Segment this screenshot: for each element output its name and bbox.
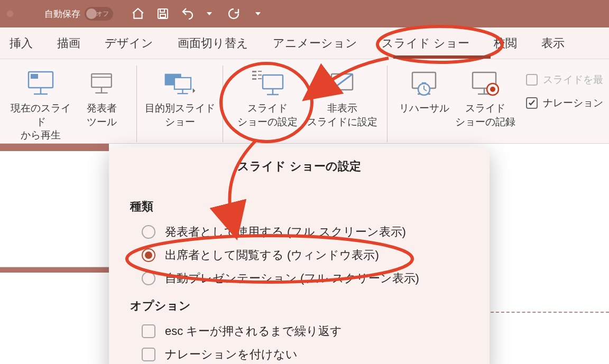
custom-slideshow-icon bbox=[163, 68, 197, 98]
title-bar: 自動保存 オフ bbox=[0, 0, 609, 27]
ribbon-checkbox-column: スライドを最 ナレーション bbox=[526, 66, 603, 110]
svg-rect-3 bbox=[31, 74, 38, 79]
ribbon: 現在のスライドから再生 発表者ツール bbox=[0, 59, 609, 144]
svg-rect-14 bbox=[263, 75, 283, 89]
presenter-tools-icon bbox=[88, 68, 115, 98]
ribbon-label: スライドショーの設定 bbox=[237, 101, 298, 128]
hide-slide-button[interactable]: 非表示スライドに設定 bbox=[304, 66, 380, 128]
thumbnail-divider bbox=[0, 144, 109, 151]
ribbon-label: リハーサル bbox=[399, 101, 449, 115]
ribbon-label: 目的別スライドショー bbox=[145, 101, 215, 128]
radio-icon bbox=[142, 225, 155, 239]
checkbox-icon bbox=[526, 97, 538, 109]
setup-slideshow-dialog: スライド ショーの設定 種類 発表者として使用する (フル スクリーン表示) 出… bbox=[109, 147, 490, 364]
from-current-slide-button[interactable]: 現在のスライドから再生 bbox=[7, 66, 74, 142]
ribbon-label: 発表者ツール bbox=[87, 101, 117, 128]
radio-label: 発表者として使用する (フル スクリーン表示) bbox=[165, 224, 406, 240]
tab-slideshow-wrap: スライド ショー bbox=[382, 35, 469, 51]
undo-icon[interactable] bbox=[181, 7, 195, 20]
checkbox-label: ナレーションを付けない bbox=[165, 347, 298, 362]
thumbnail-divider bbox=[0, 267, 109, 273]
show-type-presenter-radio[interactable]: 発表者として使用する (フル スクリーン表示) bbox=[142, 224, 490, 240]
checkbox-icon bbox=[142, 324, 155, 338]
ribbon-group-setup: スライドショーの設定 非表示スライドに設定 bbox=[223, 66, 387, 142]
dialog-title: スライド ショーの設定 bbox=[109, 147, 490, 199]
tab-slideshow[interactable]: スライド ショー bbox=[382, 35, 469, 51]
svg-rect-6 bbox=[91, 74, 112, 87]
loop-until-esc-checkbox[interactable]: esc キーが押されるまで繰り返す bbox=[142, 323, 490, 339]
record-slideshow-icon bbox=[469, 68, 501, 98]
rehearse-button[interactable]: リハーサル bbox=[395, 66, 453, 115]
autosave-label: 自動保存 bbox=[44, 8, 80, 20]
tab-review[interactable]: 校閲 bbox=[494, 35, 517, 51]
checkbox-icon bbox=[142, 348, 155, 361]
slide-thumbnail-pane bbox=[0, 144, 109, 273]
home-icon[interactable] bbox=[131, 7, 145, 21]
tab-design[interactable]: デザイン bbox=[105, 35, 153, 51]
show-type-auto-radio[interactable]: 自動プレゼンテーション (フル スクリーン表示) bbox=[142, 270, 490, 286]
svg-point-36 bbox=[490, 87, 495, 92]
rehearse-icon bbox=[409, 68, 439, 98]
more-dropdown-icon[interactable] bbox=[255, 11, 261, 17]
toggle-knob bbox=[86, 8, 97, 19]
ribbon-label: スライドショーの記録 bbox=[455, 101, 515, 128]
svg-rect-11 bbox=[174, 78, 191, 89]
play-narration-checkbox[interactable]: ナレーション bbox=[526, 96, 603, 110]
ribbon-tab-bar: 挿入 描画 デザイン 画面切り替え アニメーション スライド ショー 校閲 表示 bbox=[0, 27, 609, 59]
tab-draw[interactable]: 描画 bbox=[57, 35, 80, 51]
radio-label: 出席者として閲覧する (ウィンドウ表示) bbox=[165, 247, 379, 263]
setup-slideshow-button[interactable]: スライドショーの設定 bbox=[230, 66, 304, 128]
dialog-section-options-heading: オプション bbox=[130, 298, 490, 314]
svg-rect-17 bbox=[252, 71, 256, 72]
slide-thumbnail[interactable] bbox=[0, 151, 109, 267]
show-type-attendee-radio[interactable]: 出席者として閲覧する (ウィンドウ表示) bbox=[142, 247, 490, 263]
autosave-state: オフ bbox=[96, 10, 109, 18]
radio-icon bbox=[142, 248, 155, 262]
tab-insert[interactable]: 挿入 bbox=[10, 35, 33, 51]
ribbon-group-rehearse: リハーサル スライドショーの記録 スライドを最 bbox=[387, 66, 609, 142]
svg-rect-18 bbox=[252, 74, 256, 76]
record-slideshow-button[interactable]: スライドショーの記録 bbox=[453, 66, 518, 128]
tab-view[interactable]: 表示 bbox=[541, 35, 565, 51]
svg-rect-1 bbox=[160, 14, 165, 17]
traffic-light-dot[interactable] bbox=[6, 10, 14, 17]
custom-slideshow-button[interactable]: 目的別スライドショー bbox=[144, 66, 215, 128]
hide-slide-icon bbox=[327, 68, 357, 98]
ribbon-label: 現在のスライドから再生 bbox=[7, 101, 74, 142]
redo-icon[interactable] bbox=[227, 7, 240, 20]
undo-dropdown-icon[interactable] bbox=[206, 11, 213, 17]
titlebar-quick-access bbox=[131, 7, 261, 21]
checkbox-label: ナレーション bbox=[543, 96, 603, 110]
no-narration-checkbox[interactable]: ナレーションを付けない bbox=[142, 347, 490, 362]
from-current-slide-icon bbox=[25, 68, 56, 98]
radio-label: 自動プレゼンテーション (フル スクリーン表示) bbox=[165, 270, 419, 286]
radio-icon bbox=[142, 272, 155, 285]
autosave-toggle[interactable]: オフ bbox=[85, 7, 113, 21]
ribbon-label: 非表示スライドに設定 bbox=[307, 101, 377, 128]
ribbon-group-play: 現在のスライドから再生 発表者ツール bbox=[0, 66, 137, 142]
checkbox-label: esc キーが押されるまで繰り返す bbox=[165, 323, 342, 339]
ribbon-group-custom: 目的別スライドショー bbox=[137, 66, 223, 142]
autosave-toggle-wrap: 自動保存 オフ bbox=[44, 7, 113, 21]
presenter-tools-button[interactable]: 発表者ツール bbox=[74, 66, 129, 128]
checkbox-icon bbox=[526, 74, 538, 86]
tab-animation[interactable]: アニメーション bbox=[273, 35, 357, 51]
dialog-section-type-heading: 種類 bbox=[130, 199, 490, 214]
svg-rect-19 bbox=[252, 78, 256, 80]
keep-slides-updated-checkbox[interactable]: スライドを最 bbox=[526, 73, 603, 87]
save-icon[interactable] bbox=[156, 7, 169, 20]
tab-transition[interactable]: 画面切り替え bbox=[178, 35, 248, 51]
setup-slideshow-icon bbox=[249, 68, 286, 98]
checkbox-label: スライドを最 bbox=[543, 73, 603, 87]
svg-line-24 bbox=[331, 74, 353, 90]
